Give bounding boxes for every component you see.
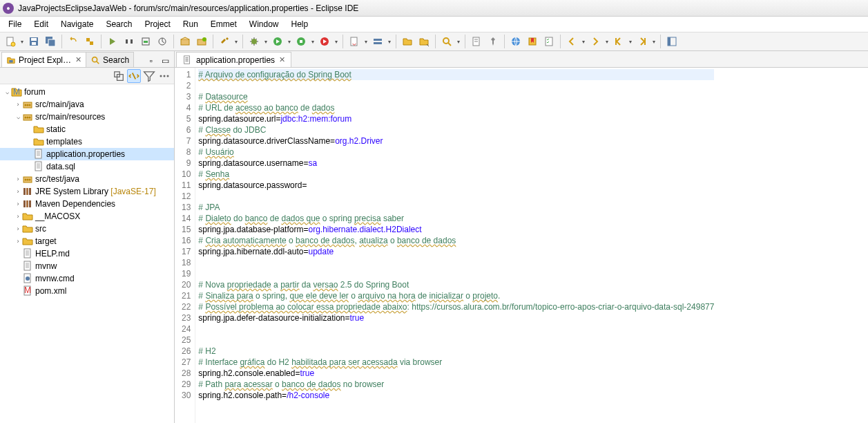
code-line[interactable] — [198, 335, 714, 346]
coverage2-dropdown[interactable] — [310, 39, 316, 45]
new-button[interactable] — [3, 34, 18, 49]
back-dropdown[interactable] — [581, 39, 586, 45]
tree-item[interactable]: mvnw.cmd — [0, 272, 174, 285]
code-line[interactable]: # Arquivo de configuração do Spring Boot — [198, 69, 714, 80]
code-line[interactable]: # Usuário — [198, 147, 714, 158]
openres-button[interactable] — [416, 34, 432, 49]
coverage-button[interactable] — [138, 34, 153, 49]
code-line[interactable] — [198, 323, 714, 335]
code-line[interactable]: # H2 — [198, 346, 714, 357]
focus-icon[interactable]: ▫ — [145, 55, 157, 67]
code-line[interactable] — [198, 268, 714, 279]
tree-item[interactable]: ›src — [0, 223, 174, 235]
debug-last-button[interactable] — [105, 34, 120, 49]
code-line[interactable]: spring.datasource.driverClassName=org.h2… — [198, 135, 714, 147]
tree-item[interactable]: HELP.md — [0, 247, 174, 260]
code-line[interactable]: # Interface gráfica do H2 habilitada par… — [198, 357, 714, 368]
twistie-icon[interactable]: › — [14, 238, 22, 245]
code-line[interactable]: # Cria automaticamente o banco de dados,… — [198, 235, 714, 246]
code-content[interactable]: # Arquivo de configuração do Spring Boot… — [195, 68, 714, 423]
code-line[interactable] — [198, 80, 714, 91]
menu-emmet[interactable]: Emmet — [205, 18, 242, 30]
browser-button[interactable] — [508, 34, 523, 49]
menu-project[interactable]: Project — [139, 18, 175, 30]
debug-dropdown[interactable] — [263, 39, 269, 45]
save-button[interactable] — [26, 34, 41, 49]
fwd-dropdown[interactable] — [604, 39, 610, 45]
code-line[interactable] — [198, 191, 714, 202]
editor-tab-application-properties[interactable]: application.properties ✕ — [176, 52, 291, 67]
new-pkg-button[interactable] — [177, 34, 193, 49]
run-last-button[interactable] — [122, 34, 137, 49]
build-dropdown[interactable] — [233, 39, 239, 45]
tree-item[interactable]: static — [0, 123, 174, 135]
home-dropdown[interactable] — [628, 39, 633, 45]
run-dropdown[interactable] — [287, 39, 292, 45]
code-line[interactable]: spring.h2.console.enabled=true — [198, 368, 714, 379]
twistie-icon[interactable]: › — [14, 101, 22, 108]
twistie-icon[interactable]: ⌵ — [3, 88, 11, 95]
filter-icon[interactable] — [142, 69, 156, 83]
link-editor-icon[interactable] — [127, 69, 141, 83]
twistie-icon[interactable]: › — [14, 225, 22, 232]
view-menu-icon[interactable] — [157, 69, 171, 83]
tree-item[interactable]: ›JRE System Library [JavaSE-17] — [0, 185, 174, 198]
code-line[interactable]: spring.datasource.password= — [198, 180, 714, 191]
back-button[interactable] — [564, 34, 579, 49]
view-tab-1[interactable]: Search — [86, 52, 134, 67]
minimize-icon[interactable]: ▭ — [159, 55, 171, 67]
menu-help[interactable]: Help — [286, 18, 314, 30]
code-line[interactable]: # Dialeto do banco de dados que o spring… — [198, 213, 714, 224]
runext-dropdown[interactable] — [334, 39, 339, 45]
persp-button[interactable] — [664, 34, 679, 49]
tree-item[interactable]: ⌵src/main/resources — [0, 111, 174, 123]
close-icon[interactable]: ✕ — [279, 55, 285, 64]
tree-item[interactable]: ›src/main/java — [0, 98, 174, 111]
newserver-button[interactable] — [370, 34, 385, 49]
newserver-dropdown[interactable] — [387, 39, 392, 45]
code-line[interactable]: # Senha — [198, 169, 714, 180]
twistie-icon[interactable]: ⌵ — [14, 113, 22, 120]
view-tab-0[interactable]: Project Expl…✕ — [1, 52, 86, 67]
code-line[interactable]: # Possível problema ao colocar essa prop… — [198, 301, 714, 312]
tree-item[interactable]: application.properties — [0, 148, 174, 160]
run-external-button[interactable] — [155, 34, 170, 49]
newjava-dropdown[interactable] — [363, 39, 369, 45]
tree-item[interactable]: ›src/test/java — [0, 173, 174, 185]
code-line[interactable]: # URL de acesso ao banco de dados — [198, 102, 714, 113]
task-button[interactable] — [541, 34, 557, 49]
newjava-button[interactable] — [347, 34, 362, 49]
code-editor[interactable]: 1234567891011121314151617181920212223242… — [175, 68, 868, 423]
twistie-icon[interactable]: › — [14, 200, 22, 207]
new-class-button[interactable] — [194, 34, 209, 49]
new-dropdown[interactable] — [19, 39, 25, 45]
tree-item[interactable]: ›__MACOSX — [0, 210, 174, 223]
bookmark-button[interactable] — [525, 34, 540, 49]
menu-search[interactable]: Search — [100, 18, 137, 30]
redo-button[interactable] — [82, 34, 97, 49]
tree-item[interactable]: Mpom.xml — [0, 285, 174, 297]
menu-run[interactable]: Run — [177, 18, 204, 30]
open-button[interactable] — [400, 34, 415, 49]
tree-item[interactable]: ⌵Mforum — [0, 86, 174, 98]
close-icon[interactable]: ✕ — [75, 55, 81, 64]
code-line[interactable]: spring.jpa.database-platform=org.hiberna… — [198, 224, 714, 235]
tree-item[interactable]: ›Maven Dependencies — [0, 198, 174, 210]
tree-item[interactable]: data.sql — [0, 160, 174, 173]
code-line[interactable]: spring.h2.console.path=/h2-console — [198, 390, 714, 401]
coverage2-button[interactable] — [293, 34, 309, 49]
twistie-icon[interactable]: › — [14, 213, 22, 220]
project-tree[interactable]: ⌵Mforum›src/main/java⌵src/main/resources… — [0, 84, 174, 423]
menu-navigate[interactable]: Navigate — [55, 18, 99, 30]
annotate-button[interactable] — [469, 34, 484, 49]
last-dropdown[interactable] — [651, 39, 657, 45]
menu-edit[interactable]: Edit — [28, 18, 54, 30]
twistie-icon[interactable]: › — [14, 188, 22, 195]
search-dropdown[interactable] — [456, 39, 461, 45]
code-line[interactable] — [198, 257, 714, 268]
collapse-all-icon[interactable] — [112, 69, 126, 83]
undo-button[interactable] — [66, 34, 81, 49]
menu-file[interactable]: File — [3, 18, 27, 30]
runext-button[interactable] — [317, 34, 332, 49]
code-line[interactable]: # Path para acessar o banco de dados no … — [198, 379, 714, 390]
